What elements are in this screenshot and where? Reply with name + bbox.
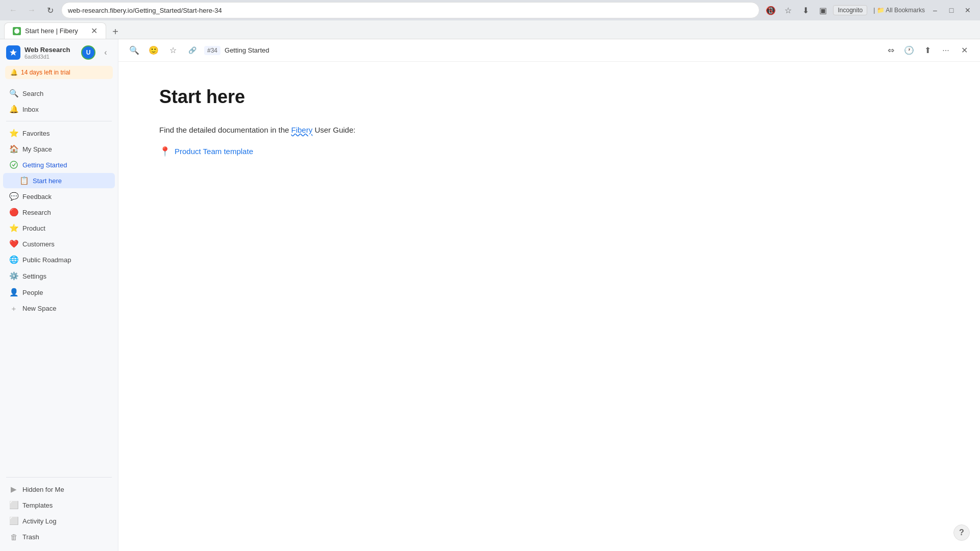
search-doc-button[interactable]: 🔍	[127, 43, 142, 58]
share-button[interactable]: ⬆	[920, 43, 935, 58]
search-icon: 🔍	[9, 89, 18, 98]
template-link[interactable]: 📍 Product Team template	[159, 144, 939, 159]
new-tab-button[interactable]: +	[108, 24, 122, 39]
sidebar: Web Research 6ad8d3d1 U ‹ 🔔 14 days left…	[0, 39, 118, 551]
bookmark-star-icon[interactable]: ☆	[781, 3, 795, 17]
more-options-button[interactable]: ···	[938, 43, 953, 58]
start-here-icon: 📋	[19, 176, 29, 185]
incognito-badge[interactable]: Incognito	[833, 5, 867, 15]
tablet-icon[interactable]: ▣	[816, 3, 830, 17]
emoji-button[interactable]: 🙂	[146, 43, 161, 58]
doc-paragraph: Find the detailed documentation in the F…	[159, 124, 939, 136]
close-doc-button[interactable]: ✕	[957, 43, 972, 58]
doc-toolbar-left: 🔍 🙂 ☆ 🔗 #34 Getting Started	[127, 43, 879, 58]
close-button[interactable]: ✕	[962, 4, 974, 16]
sidebar-item-label: Templates	[22, 502, 109, 509]
sidebar-item-label: Favorites	[22, 130, 109, 137]
content-area: 🔍 🙂 ☆ 🔗 #34 Getting Started ⇔ 🕐 ⬆ ··· ✕	[118, 39, 980, 551]
sidebar-item-label: Trash	[22, 533, 109, 541]
reload-button[interactable]: ↻	[43, 3, 57, 17]
sidebar-item-label: Search	[22, 90, 109, 97]
sidebar-item-templates[interactable]: ⬜ Templates	[3, 497, 115, 513]
link-button[interactable]: 🔗	[185, 43, 200, 58]
sidebar-item-label: People	[22, 289, 109, 296]
sidebar-item-research[interactable]: 🔴 Research	[3, 205, 115, 220]
browser-chrome: ← → ↻ web-research.fibery.io/Getting_Sta…	[0, 0, 980, 39]
address-bar[interactable]: web-research.fibery.io/Getting_Started/S…	[61, 2, 760, 18]
research-icon: 🔴	[9, 208, 18, 217]
sidebar-item-label: My Space	[22, 145, 109, 153]
sidebar-item-inbox[interactable]: 🔔 Inbox	[3, 102, 115, 117]
favorites-icon: ⭐	[9, 129, 18, 138]
sidebar-item-customers[interactable]: ❤️ Customers	[3, 236, 115, 252]
sidebar-header: Web Research 6ad8d3d1 U ‹	[0, 39, 118, 64]
hidden-icon: ▶	[9, 485, 18, 494]
sidebar-item-favorites[interactable]: ⭐ Favorites	[3, 126, 115, 141]
window-controls: – □ ✕	[929, 4, 974, 16]
cast-icon[interactable]: 📵	[764, 3, 778, 17]
sidebar-item-product[interactable]: ⭐ Product	[3, 220, 115, 236]
user-avatar[interactable]: U	[81, 45, 95, 60]
doc-content: Start here Find the detailed documentati…	[118, 62, 980, 551]
toolbar-actions: 📵 ☆ ⬇ ▣ Incognito | 📁 All Bookmarks	[764, 3, 925, 17]
browser-top-bar: ← → ↻ web-research.fibery.io/Getting_Sta…	[0, 0, 980, 20]
activity-log-icon: ⬜	[9, 516, 18, 525]
public-roadmap-icon: 🌐	[9, 255, 18, 264]
sidebar-nav: 🔍 Search 🔔 Inbox ⭐ Favorites 🏠 My Space	[0, 83, 118, 318]
workspace-id: 6ad8d3d1	[24, 54, 77, 60]
doc-id-badge: #34	[204, 46, 220, 55]
trash-icon: 🗑	[9, 532, 18, 541]
settings-icon: ⚙️	[9, 271, 18, 281]
sidebar-item-label: Getting Started	[22, 161, 109, 169]
url-text: web-research.fibery.io/Getting_Started/S…	[68, 7, 753, 14]
sidebar-item-getting-started[interactable]: Getting Started	[3, 157, 115, 172]
favorite-button[interactable]: ☆	[165, 43, 181, 58]
sidebar-item-feedback[interactable]: 💬 Feedback	[3, 189, 115, 204]
sidebar-item-hidden[interactable]: ▶ Hidden for Me	[3, 482, 115, 497]
history-button[interactable]: 🕐	[901, 43, 917, 58]
tab-title: Start here | Fibery	[25, 27, 78, 35]
settings-more-button[interactable]: ···	[87, 271, 97, 281]
sidebar-item-label: Feedback	[22, 193, 109, 201]
sidebar-item-start-here[interactable]: 📋 Start here	[3, 173, 115, 188]
sidebar-item-new-space[interactable]: + New Space	[3, 300, 115, 316]
tab-close-button[interactable]: ✕	[91, 27, 97, 35]
fibery-link[interactable]: Fibery	[291, 126, 313, 134]
template-link-text: Product Team template	[175, 145, 253, 158]
tab-favicon	[13, 27, 21, 35]
sidebar-item-people[interactable]: 👤 People	[3, 285, 115, 300]
svg-point-0	[14, 29, 19, 34]
settings-add-button[interactable]: +	[99, 271, 109, 281]
sidebar-item-label: Activity Log	[22, 517, 109, 525]
download-icon[interactable]: ⬇	[798, 3, 813, 17]
inbox-icon: 🔔	[9, 105, 18, 114]
doc-toolbar-right: ⇔ 🕐 ⬆ ··· ✕	[883, 43, 972, 58]
active-tab[interactable]: Start here | Fibery ✕	[4, 22, 106, 39]
sidebar-item-settings[interactable]: ⚙️ Settings ··· +	[3, 268, 115, 284]
sidebar-divider-1	[6, 121, 112, 121]
new-space-icon: +	[9, 304, 18, 313]
sidebar-item-label: Customers	[22, 240, 109, 248]
sidebar-item-activity-log[interactable]: ⬜ Activity Log	[3, 513, 115, 529]
minimize-button[interactable]: –	[929, 4, 941, 16]
collapse-sidebar-button[interactable]: ‹	[100, 46, 112, 59]
breadcrumb-item[interactable]: Getting Started	[225, 46, 269, 54]
workspace-icon	[6, 45, 20, 60]
sidebar-item-public-roadmap[interactable]: 🌐 Public Roadmap	[3, 252, 115, 267]
breadcrumb: Getting Started	[225, 46, 269, 54]
doc-title: Start here	[159, 86, 939, 108]
back-button[interactable]: ←	[6, 3, 20, 17]
forward-button[interactable]: →	[24, 3, 39, 17]
browser-tab-bar: Start here | Fibery ✕ +	[0, 20, 980, 39]
sidebar-item-search[interactable]: 🔍 Search	[3, 86, 115, 101]
workspace-name: Web Research	[24, 46, 77, 54]
customers-icon: ❤️	[9, 239, 18, 248]
product-icon: ⭐	[9, 223, 18, 233]
app-container: Web Research 6ad8d3d1 U ‹ 🔔 14 days left…	[0, 39, 980, 551]
help-button[interactable]: ?	[953, 524, 970, 541]
expand-button[interactable]: ⇔	[883, 43, 898, 58]
sidebar-item-my-space[interactable]: 🏠 My Space	[3, 141, 115, 157]
sidebar-item-trash[interactable]: 🗑 Trash	[3, 529, 115, 544]
people-icon: 👤	[9, 288, 18, 297]
maximize-button[interactable]: □	[945, 4, 958, 16]
